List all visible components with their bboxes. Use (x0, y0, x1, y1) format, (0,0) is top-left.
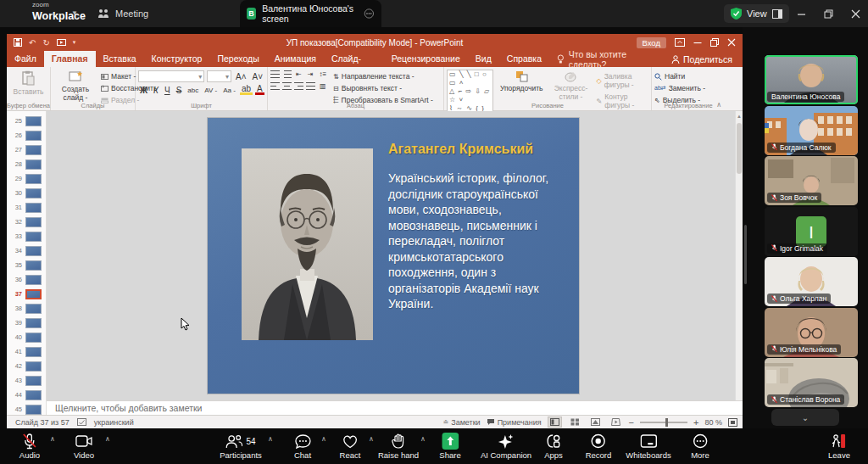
underline-button[interactable]: Ч (163, 86, 172, 95)
slide-thumbnail-35[interactable]: 35 (7, 258, 46, 272)
thumbnail-preview[interactable] (25, 203, 42, 213)
comments-toggle-button[interactable]: Примечания (487, 418, 542, 427)
raise-hand-button[interactable]: Raise hand (378, 433, 419, 460)
slide-thumbnail-40[interactable]: 40 (7, 330, 46, 344)
slide-thumbnail-28[interactable]: 28 (7, 157, 46, 171)
zoom-in-icon[interactable]: + (693, 417, 698, 428)
slide-thumbnail-41[interactable]: 41 (7, 344, 46, 359)
participant-tile-2[interactable]: Богдана Салюк (765, 106, 858, 155)
participant-tile-7[interactable]: Станіслав Ворона (765, 358, 858, 407)
slide-thumbnail-37[interactable]: 37 (7, 287, 46, 301)
thumbnail-panel[interactable]: 2526272829303132333435363738394041424344… (7, 111, 47, 415)
tab-options-icon[interactable] (364, 7, 375, 20)
slide-thumbnail-25[interactable]: 25 (7, 114, 46, 128)
participant-tile-1[interactable]: Валентина Юносова (765, 55, 858, 104)
sidebar-scrollbar[interactable] (744, 225, 747, 284)
paste-button[interactable]: Вставить (9, 70, 47, 97)
slide-thumbnail-39[interactable]: 39 (7, 316, 46, 330)
chat-button[interactable]: Chat (294, 433, 311, 460)
thumbnail-preview[interactable] (25, 145, 42, 155)
slide-thumbnail-27[interactable]: 27 (7, 143, 46, 157)
thumbnail-preview[interactable] (25, 246, 42, 256)
bold-button[interactable]: Ж (138, 86, 149, 95)
signin-button[interactable]: Вход (637, 37, 667, 48)
text-direction-button[interactable]: ⇅Направление текста - (333, 72, 433, 81)
strikethrough-button[interactable]: S (175, 86, 184, 95)
whiteboards-button[interactable]: Whiteboards (626, 433, 670, 460)
ribbon-tab-5[interactable]: Переходы (209, 51, 266, 67)
slide-thumbnail-45[interactable]: 45 (7, 402, 46, 415)
audio-button[interactable]: Audio (19, 433, 40, 460)
thumbnail-preview[interactable] (25, 318, 42, 328)
line-spacing-icon[interactable]: ↕≡ (317, 70, 328, 78)
thumbnail-preview[interactable] (25, 390, 42, 400)
zoom-out-icon[interactable]: − (629, 417, 634, 428)
ppt-minimize-icon[interactable] (693, 38, 702, 47)
raise-hand-options-chevron[interactable]: ∧ (420, 435, 426, 443)
slide-thumbnail-44[interactable]: 44 (7, 388, 46, 402)
align-text-button[interactable]: ⊟Выровнять текст - (333, 84, 433, 92)
react-options-chevron[interactable]: ∧ (369, 435, 374, 443)
align-left-icon[interactable] (270, 82, 280, 90)
spellcheck-icon[interactable] (77, 418, 86, 427)
slide-thumbnail-30[interactable]: 30 (7, 186, 46, 200)
record-button[interactable]: Record (586, 433, 612, 460)
slide-thumbnail-32[interactable]: 32 (7, 215, 46, 229)
audio-options-chevron[interactable]: ∧ (50, 435, 55, 443)
participants-button[interactable]: 54 Participants (220, 433, 262, 460)
ppt-close-icon[interactable] (727, 38, 736, 47)
participant-tile-3[interactable]: Зоя Вовчок (765, 156, 858, 205)
thumbnail-preview[interactable] (25, 304, 42, 314)
notes-toggle-button[interactable]: ≐Заметки (443, 418, 481, 427)
font-name-combo[interactable]: ▾ (138, 70, 204, 82)
quick-styles-button[interactable]: Экспресс- стили - (550, 70, 593, 102)
react-button[interactable]: React (340, 433, 361, 460)
normal-view-button[interactable] (548, 416, 562, 428)
tell-me-box[interactable]: Что вы хотите сделать? (549, 51, 671, 67)
maximize-window-button[interactable] (815, 0, 841, 27)
ribbon-tab-1[interactable]: Файл (7, 51, 44, 67)
slide-thumbnail-43[interactable]: 43 (7, 373, 46, 388)
more-button[interactable]: More (691, 433, 709, 460)
undo-icon[interactable]: ↶ (29, 38, 36, 48)
slide-thumbnail-42[interactable]: 42 (7, 359, 46, 373)
thumbnail-preview[interactable] (25, 347, 42, 357)
slide-thumbnail-38[interactable]: 38 (7, 301, 46, 316)
more-participants-chevron[interactable]: ⌄ (771, 409, 839, 426)
replace-button[interactable]: ab⇄Заменить - (654, 84, 722, 92)
increase-font-icon[interactable]: A˄ (234, 72, 248, 81)
thumbnail-preview[interactable] (25, 361, 42, 372)
view-button[interactable]: View (724, 4, 789, 23)
thumbnail-preview[interactable] (25, 116, 42, 126)
new-slide-button[interactable]: Создать слайд - (53, 70, 97, 105)
participants-options-chevron[interactable]: ∧ (268, 435, 273, 443)
collapse-ribbon-icon[interactable]: ∧ (716, 101, 721, 109)
slide[interactable]: Агатангел Кримський Український історик,… (208, 118, 579, 394)
thumbnail-preview[interactable] (25, 260, 42, 271)
slideshow-view-button[interactable] (609, 416, 623, 428)
decrease-indent-icon[interactable]: ⇤ (294, 70, 303, 78)
reading-view-button[interactable] (588, 416, 603, 428)
slide-sorter-view-button[interactable] (568, 416, 582, 428)
character-spacing-button[interactable]: AV - (203, 87, 219, 94)
chat-options-chevron[interactable]: ∧ (321, 435, 326, 443)
save-icon[interactable] (14, 38, 22, 47)
video-options-chevron[interactable]: ∧ (105, 435, 110, 443)
tab-meeting[interactable]: Meeting (97, 0, 148, 27)
find-button[interactable]: Найти (654, 72, 722, 81)
thumbnail-preview[interactable] (25, 174, 42, 184)
redo-icon[interactable]: ↻ (42, 38, 49, 48)
tab-shared-screen[interactable]: B Валентина Юносова's screen (240, 0, 381, 27)
language-indicator[interactable]: украинский (94, 418, 134, 427)
bullets-icon[interactable] (270, 70, 280, 78)
share-button[interactable]: Share (439, 433, 460, 460)
text-shadow-button[interactable]: abc (186, 87, 200, 94)
canvas-scrollbar[interactable]: ▲ (735, 111, 743, 400)
align-right-icon[interactable] (294, 82, 303, 90)
change-case-button[interactable]: Аа - (221, 87, 237, 94)
scroll-up-icon[interactable]: ▲ (736, 111, 743, 119)
slide-thumbnail-36[interactable]: 36 (7, 272, 46, 287)
zoom-slider[interactable] (640, 422, 687, 423)
thumbnail-preview[interactable] (25, 217, 42, 227)
slideshow-icon[interactable] (57, 39, 66, 47)
